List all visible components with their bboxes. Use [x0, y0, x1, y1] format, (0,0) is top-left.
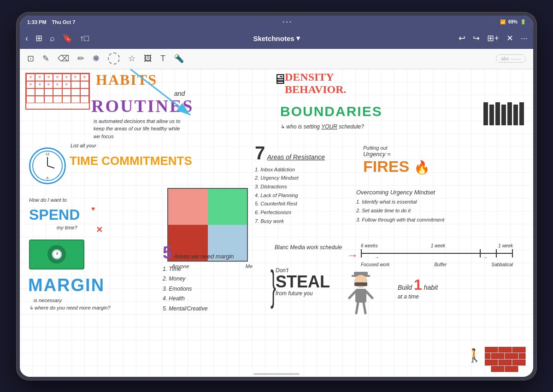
cal-cell: [53, 96, 62, 103]
status-bar: 1:33 PM Thu Oct 7 ··· 📶 69% 🔋: [20, 16, 533, 29]
timeline-label2: 1 week: [431, 243, 446, 248]
margin-sub: is necessary: [34, 298, 62, 303]
svg-rect-24: [499, 360, 512, 365]
status-dots: ···: [282, 18, 293, 26]
lasso-tool[interactable]: [108, 53, 120, 64]
add-page-icon[interactable]: ⊞+: [487, 33, 499, 43]
back-button[interactable]: ‹: [25, 34, 28, 43]
svg-line-12: [349, 292, 355, 298]
cal-cell: ✕: [26, 74, 35, 81]
cal-cell: ✕: [53, 74, 62, 81]
shape-tool[interactable]: ❋: [93, 53, 100, 64]
heart-icon: ♥: [91, 205, 95, 212]
habits-title: HABITS: [96, 71, 157, 88]
list-all-text: List all your: [71, 143, 96, 148]
steal-title: STEAL: [276, 274, 359, 290]
area-item: Busy work: [255, 217, 347, 226]
cal-cell: [71, 96, 80, 103]
text-tool[interactable]: T: [160, 54, 165, 64]
areas-list: Inbox Addiction Urgency Mindset Distract…: [255, 165, 347, 226]
timeline-item1: Focused work: [361, 262, 389, 267]
clock-icon: 12 6: [29, 147, 66, 184]
area-item: Inbox Addiction: [255, 165, 347, 174]
person-figure: [347, 269, 375, 316]
svg-rect-19: [491, 353, 504, 359]
fence-post: [483, 102, 488, 125]
money-bill: 🕐: [29, 240, 84, 269]
area-item: Lack of Planning: [255, 191, 347, 200]
photo-tool[interactable]: 🖼: [144, 54, 152, 64]
svg-rect-25: [512, 360, 525, 365]
svg-line-13: [366, 292, 372, 298]
highlighter-tool[interactable]: ✏: [77, 53, 84, 64]
bookmark-icon[interactable]: 🔖: [62, 33, 72, 43]
cal-cell: [80, 88, 89, 96]
calendar-grid: ✕ ✕ ✕ ✕ ✕ ✕ ✕ ✕ ✕ ✕ ✕ ✕: [25, 73, 90, 110]
overcoming-item: Identify what is essential: [356, 198, 513, 207]
timeline-tick: [496, 249, 497, 257]
area-item: Urgency Mindset: [255, 174, 347, 182]
money-circle: 🕐: [47, 245, 66, 263]
toolbar: ⊡ ✎ ⌫ ✏ ❋ ☆ 🖼 T 🔦 abc ------: [20, 49, 533, 69]
setting-text: ↳ who is setting YOUR schedule?: [280, 123, 364, 130]
nav-left: ‹ ⊞ ⌕ 🔖 ↑□: [25, 33, 193, 43]
auto-text: is automated decisions that allow us to …: [94, 117, 186, 140]
grid-cell-tl: [168, 189, 208, 225]
overcoming-list: Identify what is essential Set aside tim…: [356, 198, 513, 225]
build-habit-box: Build 1 habit at a time: [398, 276, 513, 300]
cal-cell: ✕: [35, 74, 44, 81]
battery-icon: 🔋: [520, 19, 526, 24]
redo-icon[interactable]: ↪: [473, 33, 480, 43]
svg-rect-26: [491, 366, 504, 372]
cal-cell: ✕: [26, 81, 35, 88]
timeline-item2: Buffer: [434, 262, 447, 267]
overcoming-box: Overcoming Urgency Mindset Identify what…: [356, 189, 513, 225]
svg-rect-27: [505, 366, 518, 372]
svg-rect-23: [485, 360, 498, 365]
timeline-label1: 6 weeks: [361, 243, 378, 248]
area2-item: Mental/Creative: [163, 304, 259, 314]
cal-cell: [80, 96, 89, 103]
close-icon[interactable]: ✕: [506, 33, 513, 43]
blanc-text: Blanc Media work schedule: [275, 243, 348, 252]
fence-post: [507, 102, 512, 125]
cal-cell: [35, 96, 44, 103]
areas2-list: Time Money Emotions Health Mental/Creati…: [163, 264, 259, 314]
status-right: 📶 69% 🔋: [500, 19, 526, 24]
eraser-tool[interactable]: ⌫: [58, 53, 69, 64]
status-left: 1:33 PM Thu Oct 7: [27, 19, 75, 25]
area2-item: Money: [163, 274, 259, 284]
nav-center: Sketchnotes ▾: [193, 34, 360, 42]
svg-rect-17: [499, 347, 512, 352]
dropdown-icon[interactable]: ▾: [296, 34, 300, 42]
pencil-tool[interactable]: ✎: [42, 53, 49, 64]
more-icon[interactable]: ···: [521, 34, 528, 43]
share-icon[interactable]: ↑□: [80, 34, 89, 43]
urgency-eq: Urgency =: [363, 151, 391, 158]
svg-line-15: [364, 303, 365, 313]
marker-tool[interactable]: 🔦: [174, 53, 184, 64]
abc-input[interactable]: abc ------: [496, 54, 526, 63]
svg-rect-11: [355, 289, 366, 303]
star-tool[interactable]: ☆: [128, 53, 135, 64]
nav-right: ↩ ↪ ⊞+ ✕ ···: [360, 33, 528, 43]
image-tool[interactable]: ⊡: [27, 53, 34, 64]
fence-post: [495, 102, 500, 125]
area-item: Distractions: [255, 182, 347, 191]
content-area: ✕ ✕ ✕ ✕ ✕ ✕ ✕ ✕ ✕ ✕ ✕ ✕: [20, 69, 533, 377]
timeline-tick: [480, 249, 481, 257]
time: 1:33 PM: [27, 19, 47, 25]
search-icon[interactable]: ⌕: [50, 34, 55, 43]
areas-label: Areas of Resistance: [267, 153, 325, 161]
timeline-items: Focused work Buffer Sabbatical: [361, 262, 513, 267]
undo-icon[interactable]: ↩: [459, 33, 465, 43]
svg-rect-16: [485, 347, 498, 352]
area2-item: Time: [163, 264, 259, 275]
seven-areas-box: 7 Areas of Resistance Inbox Addiction Ur…: [255, 143, 347, 226]
svg-rect-22: [485, 353, 490, 359]
cal-cell: [62, 88, 71, 96]
fence-post: [501, 105, 506, 125]
routines-title: RoutINES: [91, 96, 194, 116]
grid-icon[interactable]: ⊞: [35, 33, 42, 43]
fence-icon: [483, 102, 524, 125]
